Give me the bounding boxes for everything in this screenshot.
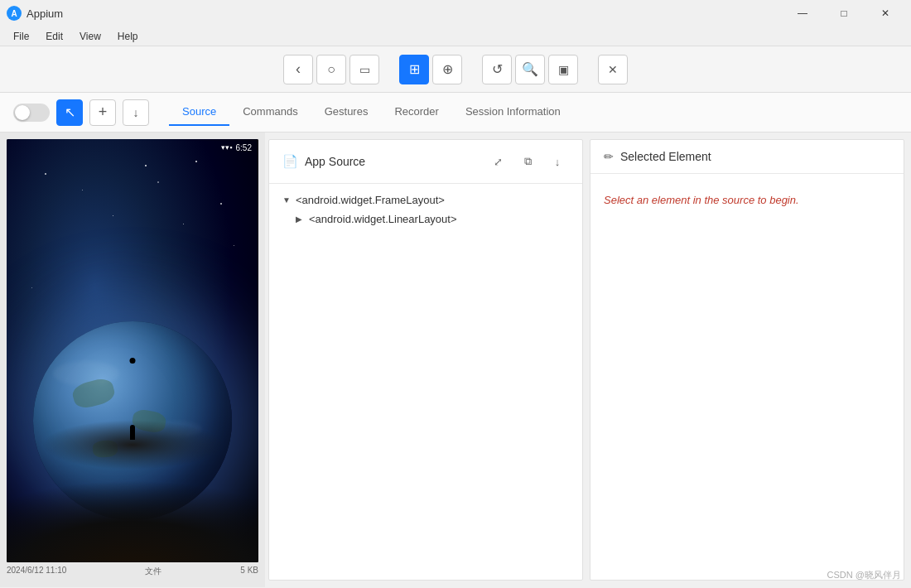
phone-time: 6:52 <box>236 143 252 152</box>
tab-gestures[interactable]: Gestures <box>311 99 382 126</box>
menu-file[interactable]: File <box>7 29 36 44</box>
menu-bar: File Edit View Help <box>0 27 911 46</box>
phone-type: 文件 <box>145 566 161 577</box>
phone-date: 2024/6/12 11:10 <box>7 566 66 577</box>
source-title-text: App Source <box>305 155 365 168</box>
tab-commands[interactable]: Commands <box>229 99 311 126</box>
app-switcher-button[interactable]: ▭ <box>349 55 379 84</box>
close-button[interactable]: ✕ <box>866 0 904 27</box>
title-bar-left: A Appium <box>7 6 63 21</box>
tab-session-information[interactable]: Session Information <box>452 99 574 126</box>
tree-label-frame-layout: <android.widget.FrameLayout> <box>296 194 445 206</box>
tree-arrow-frame-layout: ▼ <box>282 195 292 205</box>
phone-status-bar: ▾▾▪ 6:52 <box>7 139 258 156</box>
toolbar: ‹ ○ ▭ ⊞ ⊕ ↺ 🔍 ▣ ✕ <box>0 46 911 93</box>
refresh-button[interactable]: ↺ <box>482 55 512 84</box>
home-button[interactable]: ○ <box>316 55 346 84</box>
source-panel: 📄 App Source ⤢ ⧉ ↓ ▼ <android.widget.Fra… <box>268 139 583 581</box>
copy-source-button[interactable]: ⧉ <box>516 150 539 173</box>
source-tree: ▼ <android.widget.FrameLayout> ▶ <androi… <box>269 184 582 580</box>
menu-view[interactable]: View <box>73 29 108 44</box>
source-panel-title: 📄 App Source <box>282 154 365 169</box>
web-button[interactable]: ⊕ <box>432 55 462 84</box>
selected-element-header: ✏ Selected Element <box>590 140 904 174</box>
download-button[interactable]: ↓ <box>123 99 149 126</box>
tree-item-linear-layout[interactable]: ▶ <android.widget.LinearLayout> <box>269 210 582 229</box>
source-panel-header: 📄 App Source ⤢ ⧉ ↓ <box>269 140 582 184</box>
window-controls: — □ ✕ <box>783 0 904 27</box>
source-doc-icon: 📄 <box>282 154 298 169</box>
download-source-button[interactable]: ↓ <box>546 150 569 173</box>
selected-element-icon: ✏ <box>604 150 614 163</box>
title-bar: A Appium — □ ✕ <box>0 0 911 27</box>
tab-recorder[interactable]: Recorder <box>381 99 451 126</box>
inspect-button[interactable]: ⊞ <box>399 55 429 84</box>
person-head <box>130 358 136 364</box>
back-button[interactable]: ‹ <box>283 55 313 84</box>
tree-arrow-linear-layout: ▶ <box>296 214 306 224</box>
tab-source[interactable]: Source <box>169 99 229 126</box>
tree-label-linear-layout: <android.widget.LinearLayout> <box>309 213 457 225</box>
maximize-button[interactable]: □ <box>825 0 863 27</box>
main-content: ▾▾▪ 6:52 <box>0 133 911 587</box>
selected-element-placeholder: Select an element in the source to begin… <box>590 174 904 226</box>
phone-screen[interactable]: ▾▾▪ 6:52 <box>7 139 258 562</box>
app-icon: A <box>7 6 22 21</box>
source-panel-actions: ⤢ ⧉ ↓ <box>486 150 569 173</box>
tree-item-frame-layout[interactable]: ▼ <android.widget.FrameLayout> <box>269 190 582 210</box>
menu-edit[interactable]: Edit <box>39 29 70 44</box>
selected-element-title: Selected Element <box>620 150 711 163</box>
secondary-toolbar: ↖ + ↓ Source Commands Gestures Recorder … <box>0 93 911 133</box>
search-button[interactable]: 🔍 <box>515 55 545 84</box>
screenshot-button[interactable]: ▣ <box>548 55 578 84</box>
phone-signal-icons: ▾▾▪ <box>221 143 232 152</box>
selected-element-panel: ✏ Selected Element Select an element in … <box>590 139 904 581</box>
toggle-switch[interactable] <box>13 104 50 122</box>
person-silhouette <box>130 425 135 440</box>
earth-background <box>7 139 258 562</box>
phone-panel: ▾▾▪ 6:52 <box>0 133 265 587</box>
select-mode-button[interactable]: ↖ <box>56 99 83 126</box>
phone-info: 2024/6/12 11:10 文件 5 KB <box>7 562 258 581</box>
tab-bar: Source Commands Gestures Recorder Sessio… <box>156 99 898 126</box>
phone-size: 5 KB <box>240 566 258 577</box>
watermark: CSDN @晓风伴月 <box>827 569 901 581</box>
session-close-button[interactable]: ✕ <box>598 55 628 84</box>
expand-source-button[interactable]: ⤢ <box>486 150 509 173</box>
add-element-button[interactable]: + <box>89 99 116 126</box>
menu-help[interactable]: Help <box>111 29 145 44</box>
minimize-button[interactable]: — <box>783 0 822 27</box>
app-title: Appium <box>27 7 63 20</box>
hill <box>7 427 258 562</box>
